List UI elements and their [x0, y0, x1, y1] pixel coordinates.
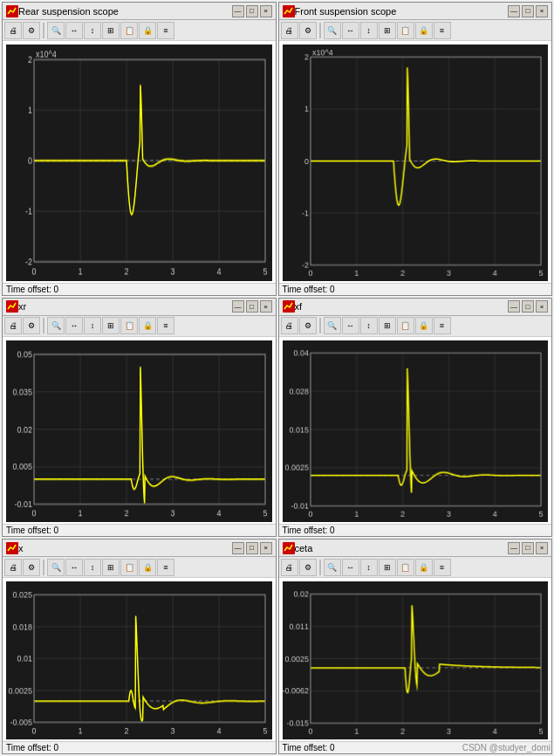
minimize-button[interactable]: — [508, 300, 520, 313]
toolbar-separator [43, 318, 44, 333]
toolbar-btn-5[interactable]: ⊞ [379, 317, 396, 334]
scope-icon [6, 300, 18, 313]
maximize-button[interactable]: □ [246, 542, 258, 554]
toolbar-btn-2[interactable]: 🔍 [324, 559, 341, 576]
toolbar-btn-7[interactable]: 🔒 [139, 317, 156, 334]
toolbar-btn-3[interactable]: ↔ [65, 22, 83, 39]
minimize-button[interactable]: — [232, 542, 244, 554]
toolbar-btn-1[interactable]: ⚙ [299, 22, 317, 39]
toolbar-btn-0[interactable]: 🖨 [4, 22, 22, 39]
close-button[interactable]: × [260, 300, 272, 313]
toolbar-btn-4[interactable]: ↕ [84, 559, 101, 576]
minimize-button[interactable]: — [232, 5, 244, 17]
toolbar-btn-1[interactable]: ⚙ [23, 559, 40, 576]
canvas-ceta [283, 581, 549, 739]
status-front-suspension: Time offset: 0 [279, 283, 552, 295]
canvas-xf [283, 340, 549, 523]
toolbar-btn-0[interactable]: 🖨 [281, 317, 298, 334]
toolbar-btn-6[interactable]: 📋 [397, 317, 414, 334]
toolbar-btn-3[interactable]: ↔ [65, 559, 83, 576]
toolbar-btn-2[interactable]: 🔍 [47, 22, 65, 39]
title-bar-ceta: ceta—□× [279, 540, 552, 557]
minimize-button[interactable]: — [232, 300, 244, 313]
canvas-x [6, 581, 272, 739]
toolbar-btn-0[interactable]: 🖨 [4, 559, 22, 576]
toolbar-btn-2[interactable]: 🔍 [47, 559, 65, 576]
scope-rear-suspension: Rear suspension scope—□×🖨⚙🔍↔↕⊞📋🔒≡Time of… [2, 2, 277, 296]
toolbar-btn-6[interactable]: 📋 [120, 559, 138, 576]
toolbar-btn-1[interactable]: ⚙ [299, 317, 317, 334]
status-x: Time offset: 0 [3, 741, 276, 753]
toolbar-btn-8[interactable]: ≡ [157, 22, 174, 39]
toolbar-btn-0[interactable]: 🖨 [281, 22, 298, 39]
toolbar-btn-1[interactable]: ⚙ [299, 559, 317, 576]
toolbar-btn-2[interactable]: 🔍 [324, 22, 341, 39]
toolbar-btn-8[interactable]: ≡ [157, 559, 174, 576]
toolbar-btn-6[interactable]: 📋 [120, 22, 138, 39]
toolbar-btn-4[interactable]: ↕ [360, 317, 378, 334]
chart-area-rear-suspension [3, 41, 276, 283]
toolbar-btn-5[interactable]: ⊞ [102, 22, 120, 39]
toolbar-btn-8[interactable]: ≡ [434, 317, 451, 334]
toolbar-separator [319, 318, 321, 333]
toolbar-btn-3[interactable]: ↔ [65, 317, 83, 334]
status-xf: Time offset: 0 [279, 524, 552, 536]
toolbar-btn-7[interactable]: 🔒 [139, 559, 156, 576]
scope-icon [283, 300, 295, 313]
toolbar-rear-suspension: 🖨⚙🔍↔↕⊞📋🔒≡ [3, 20, 276, 41]
chart-area-front-suspension [279, 41, 552, 283]
toolbar-btn-3[interactable]: ↔ [342, 317, 359, 334]
toolbar-btn-4[interactable]: ↕ [360, 559, 378, 576]
maximize-button[interactable]: □ [246, 300, 258, 313]
toolbar-btn-2[interactable]: 🔍 [47, 317, 65, 334]
maximize-button[interactable]: □ [522, 5, 534, 17]
toolbar-ceta: 🖨⚙🔍↔↕⊞📋🔒≡ [279, 557, 552, 578]
status-xr: Time offset: 0 [3, 524, 276, 536]
toolbar-btn-3[interactable]: ↔ [342, 22, 359, 39]
toolbar-btn-6[interactable]: 📋 [397, 559, 414, 576]
toolbar-btn-1[interactable]: ⚙ [23, 22, 40, 39]
toolbar-btn-5[interactable]: ⊞ [102, 559, 120, 576]
close-button[interactable]: × [260, 542, 272, 554]
toolbar-btn-4[interactable]: ↕ [84, 317, 101, 334]
toolbar-btn-5[interactable]: ⊞ [102, 317, 120, 334]
toolbar-btn-4[interactable]: ↕ [84, 22, 101, 39]
toolbar-btn-5[interactable]: ⊞ [379, 559, 396, 576]
scope-xf: xf—□×🖨⚙🔍↔↕⊞📋🔒≡Time offset: 0 [278, 298, 553, 538]
window-title: Rear suspension scope [18, 6, 232, 17]
title-bar-xf: xf—□× [279, 299, 552, 316]
toolbar-btn-6[interactable]: 📋 [397, 22, 414, 39]
toolbar-btn-5[interactable]: ⊞ [379, 22, 396, 39]
toolbar-btn-7[interactable]: 🔒 [415, 559, 433, 576]
title-bar-rear-suspension: Rear suspension scope—□× [3, 3, 276, 20]
minimize-button[interactable]: — [508, 542, 520, 554]
toolbar-btn-0[interactable]: 🖨 [4, 317, 22, 334]
toolbar-btn-7[interactable]: 🔒 [415, 317, 433, 334]
toolbar-btn-7[interactable]: 🔒 [415, 22, 433, 39]
toolbar-btn-6[interactable]: 📋 [120, 317, 138, 334]
maximize-button[interactable]: □ [246, 5, 258, 17]
toolbar-x: 🖨⚙🔍↔↕⊞📋🔒≡ [3, 557, 276, 578]
toolbar-btn-0[interactable]: 🖨 [281, 559, 298, 576]
toolbar-xf: 🖨⚙🔍↔↕⊞📋🔒≡ [279, 316, 552, 337]
toolbar-front-suspension: 🖨⚙🔍↔↕⊞📋🔒≡ [279, 20, 552, 41]
toolbar-btn-7[interactable]: 🔒 [139, 22, 156, 39]
maximize-button[interactable]: □ [522, 300, 534, 313]
close-button[interactable]: × [536, 300, 548, 313]
toolbar-btn-8[interactable]: ≡ [157, 317, 174, 334]
close-button[interactable]: × [536, 5, 548, 17]
close-button[interactable]: × [536, 542, 548, 554]
toolbar-separator [43, 23, 44, 38]
scope-icon [283, 5, 295, 17]
toolbar-separator [43, 560, 44, 575]
close-button[interactable]: × [260, 5, 272, 17]
toolbar-btn-1[interactable]: ⚙ [23, 317, 40, 334]
toolbar-btn-3[interactable]: ↔ [342, 559, 359, 576]
maximize-button[interactable]: □ [522, 542, 534, 554]
chart-area-ceta [279, 578, 552, 741]
toolbar-btn-2[interactable]: 🔍 [324, 317, 341, 334]
toolbar-btn-8[interactable]: ≡ [434, 22, 451, 39]
toolbar-btn-4[interactable]: ↕ [360, 22, 378, 39]
toolbar-btn-8[interactable]: ≡ [434, 559, 451, 576]
minimize-button[interactable]: — [508, 5, 520, 17]
